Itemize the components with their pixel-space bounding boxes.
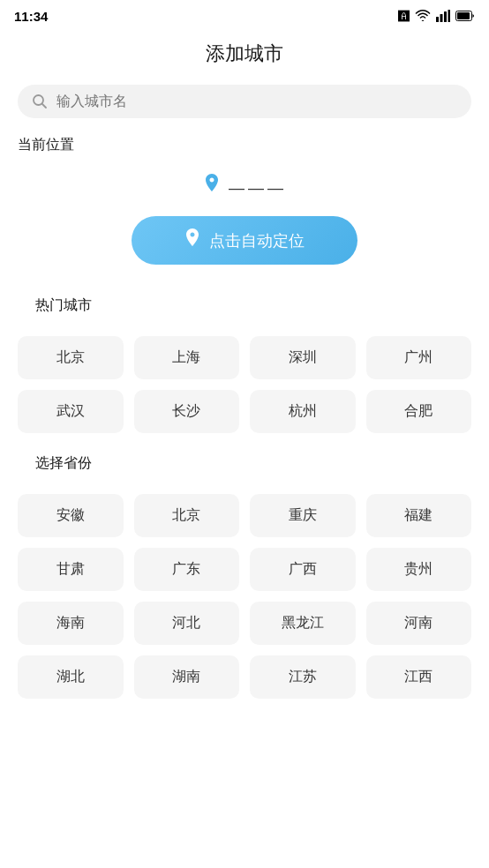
province-chip[interactable]: 河北 [134,602,240,645]
hot-cities-section: 热门城市 北京上海深圳广州武汉长沙杭州合肥 [0,282,489,440]
wifi-icon [415,10,431,22]
search-input[interactable] [56,94,457,109]
province-label: 选择省份 [18,454,471,483]
hot-city-chip[interactable]: 合肥 [366,390,472,433]
hot-city-chip[interactable]: 广州 [366,336,472,379]
status-bar: 11:34 🅰 [0,0,489,32]
signal-icon [436,10,450,22]
auto-locate-label: 点击自动定位 [209,230,305,251]
page-title: 添加城市 [0,32,489,85]
status-icons: 🅰 [398,10,475,23]
province-chip[interactable]: 广西 [250,548,356,591]
province-chip[interactable]: 海南 [18,602,124,645]
province-chip[interactable]: 黑龙江 [250,602,356,645]
hot-city-chip[interactable]: 武汉 [18,390,124,433]
province-chip[interactable]: 湖南 [134,655,240,699]
svg-rect-1 [440,14,443,22]
hot-cities-label: 热门城市 [18,296,471,326]
province-chip[interactable]: 江西 [366,655,472,699]
location-dashes: ——— [229,179,287,198]
province-chip[interactable]: 河南 [366,602,472,645]
svg-rect-5 [457,12,470,19]
location-info: ——— [202,174,287,202]
svg-point-6 [34,95,43,105]
location-area: ——— 点击自动定位 [0,165,489,282]
province-chip[interactable]: 北京 [134,494,240,537]
province-chip[interactable]: 重庆 [250,494,356,537]
hot-city-chip[interactable]: 深圳 [250,336,356,379]
hot-cities-grid: 北京上海深圳广州武汉长沙杭州合肥 [18,336,471,433]
province-chip[interactable]: 福建 [366,494,472,537]
province-chip[interactable]: 安徽 [18,494,124,537]
svg-rect-0 [436,17,439,22]
battery-icon [455,11,475,21]
hot-city-chip[interactable]: 北京 [18,336,124,379]
status-time: 11:34 [14,9,48,24]
hot-city-chip[interactable]: 杭州 [250,390,356,433]
search-icon [32,94,48,109]
current-location-section: 当前位置 ——— 点击自动定位 [0,136,489,282]
hot-city-chip[interactable]: 上海 [134,336,240,379]
location-pin-icon [202,174,222,202]
svg-rect-3 [448,10,451,22]
auto-locate-pin-icon [184,228,200,252]
svg-rect-2 [444,11,447,22]
auto-locate-button[interactable]: 点击自动定位 [132,216,357,265]
search-bar[interactable] [18,85,471,118]
province-chip[interactable]: 江苏 [250,655,356,699]
province-chip[interactable]: 广东 [134,548,240,591]
province-chip[interactable]: 贵州 [366,548,472,591]
province-chip[interactable]: 甘肃 [18,548,124,591]
notification-icon: 🅰 [398,10,410,23]
province-grid: 安徽北京重庆福建甘肃广东广西贵州海南河北黑龙江河南湖北湖南江苏江西 [18,494,471,699]
province-section: 选择省份 安徽北京重庆福建甘肃广东广西贵州海南河北黑龙江河南湖北湖南江苏江西 [0,440,489,706]
province-chip[interactable]: 湖北 [18,655,124,699]
current-location-label: 当前位置 [0,136,489,165]
hot-city-chip[interactable]: 长沙 [134,390,240,433]
